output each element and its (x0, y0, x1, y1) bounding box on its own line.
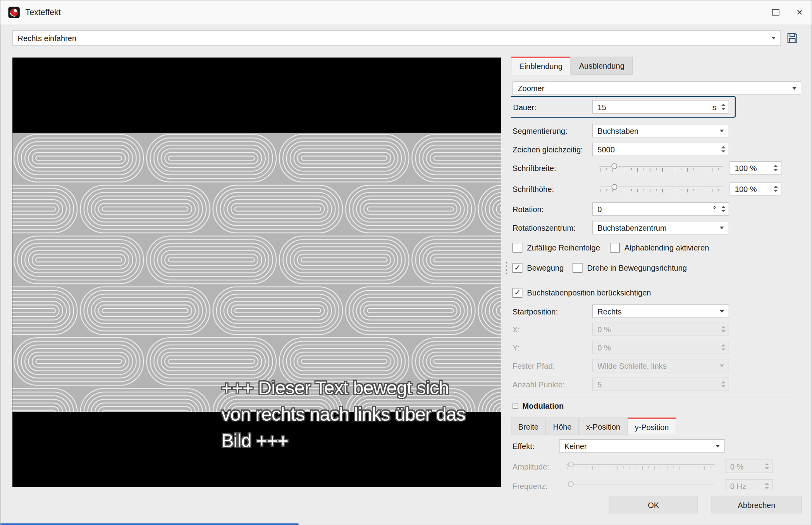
startposition-row: Startposition: Rechts (513, 304, 798, 318)
tab-breite[interactable]: Breite (511, 418, 546, 435)
spinner-buttons[interactable] (720, 100, 727, 113)
spinner-buttons (763, 480, 771, 490)
schriftbreite-slider[interactable] (599, 162, 723, 174)
schrifthoehe-slider[interactable] (599, 183, 723, 195)
zeichen-value: 5000 (597, 145, 720, 154)
spinner-buttons[interactable] (720, 143, 727, 155)
alphablending-checkbox[interactable] (610, 242, 619, 252)
buchstabenposition-label[interactable]: Buchstabenposition berücksichtigen (527, 288, 651, 297)
rotationszentrum-row: Rotationszentrum: Buchstabenzentrum (513, 221, 798, 235)
buchstabenposition-checkbox[interactable]: ✓ (513, 288, 522, 297)
texteffekt-dialog: Texteffekt ✕ Rechts einfahren (0, 0, 812, 525)
spinner-buttons[interactable] (720, 203, 727, 215)
amplitude-spinner: 0 % (725, 459, 772, 473)
tab-hoehe[interactable]: Höhe (546, 418, 579, 435)
collapse-icon[interactable] (513, 403, 518, 409)
segmentierung-value: Buchstaben (597, 126, 638, 135)
rotationszentrum-label: Rotationszentrum: (513, 223, 592, 232)
x-spinner: 0 % (592, 323, 729, 336)
tab-einblendung[interactable]: Einblendung (511, 57, 571, 75)
maximize-button[interactable] (764, 0, 788, 24)
preview-overlay-text[interactable]: +++ Dieser Text bewegt sich von rechts n… (221, 375, 465, 454)
schriftbreite-spinner[interactable]: 100 % (729, 161, 781, 175)
fester-pfad-dropdown: Wilde Schleife, links (592, 359, 729, 373)
zufaellige-reihenfolge-label[interactable]: Zufällige Reihenfolge (527, 243, 600, 252)
dauer-spinner[interactable]: 15 s (592, 100, 729, 114)
spinner-buttons (763, 460, 771, 472)
ok-button[interactable]: OK (609, 496, 698, 513)
spinner-buttons[interactable] (772, 183, 779, 195)
anzahl-punkte-value: 5 (597, 380, 720, 389)
fade-tabs: Einblendung Ausblendung (511, 57, 633, 75)
dauer-value: 15 (597, 102, 712, 111)
segmentierung-label: Segmentierung: (513, 126, 592, 135)
schrifthoehe-value: 100 % (735, 185, 772, 193)
dauer-unit: s (712, 102, 716, 111)
cancel-button[interactable]: Abbrechen (712, 496, 802, 513)
bewegung-label[interactable]: Bewegung (527, 263, 564, 272)
frequenz-row: Frequenz: 0 Hz (513, 479, 798, 491)
x-row: X: 0 % (513, 323, 798, 336)
amplitude-label: Amplitude: (513, 462, 559, 471)
slider-thumb[interactable] (611, 163, 617, 169)
schriftbreite-label: Schriftbreite: (513, 164, 592, 173)
alphablending-label[interactable]: Alphablending aktivieren (624, 243, 709, 252)
zeichen-label: Zeichen gleichzeitig: (513, 145, 592, 154)
rotation-unit: ° (713, 205, 716, 214)
y-row: Y: 0 % (513, 341, 798, 354)
effekt-dropdown[interactable]: Keiner (559, 439, 725, 453)
save-preset-button[interactable] (784, 30, 800, 46)
preset-value: Rechts einfahren (17, 33, 76, 42)
drehe-label[interactable]: Drehe in Bewegungsrichtung (587, 263, 687, 272)
splitter-handle[interactable] (504, 259, 509, 277)
chevron-down-icon (772, 36, 776, 39)
title-bar: Texteffekt ✕ (0, 0, 811, 25)
checkbox-row-2: ✓ Bewegung Drehe in Bewegungsrichtung (513, 261, 798, 275)
animation-dropdown[interactable]: Zoomer (513, 81, 801, 95)
rotationszentrum-dropdown[interactable]: Buchstabenzentrum (592, 221, 729, 235)
zufaellige-reihenfolge-checkbox[interactable] (513, 242, 522, 252)
drehe-checkbox[interactable] (573, 262, 582, 272)
anzahl-punkte-row: Anzahl Punkte: 5 (513, 378, 798, 391)
dauer-highlight-box: Dauer: 15 s (511, 96, 736, 117)
fester-pfad-value: Wilde Schleife, links (597, 361, 666, 370)
chevron-down-icon (720, 130, 724, 132)
animation-value: Zoomer (518, 84, 544, 93)
zeichen-spinner[interactable]: 5000 (592, 143, 729, 156)
tab-ausblendung[interactable]: Ausblendung (571, 57, 633, 75)
maximize-icon (772, 9, 779, 16)
effekt-row: Effekt: Keiner (513, 439, 798, 453)
close-button[interactable]: ✕ (788, 0, 812, 24)
amplitude-slider (566, 460, 715, 472)
preset-combobox[interactable]: Rechts einfahren (12, 30, 781, 46)
schrifthoehe-spinner[interactable]: 100 % (729, 182, 781, 195)
modulation-tabs: Breite Höhe x-Position y-Position (511, 418, 676, 435)
preview-area: +++ Dieser Text bewegt sich von rechts n… (12, 57, 501, 487)
startposition-dropdown[interactable]: Rechts (592, 304, 729, 318)
y-value: 0 % (597, 343, 720, 352)
slider-thumb[interactable] (611, 184, 617, 190)
tab-y-position[interactable]: y-Position (628, 418, 676, 435)
schriftbreite-value: 100 % (735, 164, 772, 173)
modulation-title: Modulation (522, 401, 564, 410)
segmentierung-dropdown[interactable]: Buchstaben (592, 124, 729, 138)
overlay-line: Bild +++ (221, 427, 465, 454)
schrifthoehe-row: Schrifthöhe: 100 % (513, 181, 798, 196)
fester-pfad-label: Fester Pfad: (513, 361, 592, 370)
overlay-line: von rechts nach links über das (221, 401, 465, 427)
rotation-spinner[interactable]: 0 ° (592, 202, 729, 216)
animation-row: Zoomer (513, 81, 801, 95)
bewegung-checkbox[interactable]: ✓ (513, 262, 522, 272)
preset-row: Rechts einfahren (12, 30, 800, 46)
spinner-buttons[interactable] (772, 162, 779, 174)
startposition-label: Startposition: (513, 307, 592, 316)
chevron-down-icon (716, 445, 720, 447)
chevron-down-icon (720, 226, 724, 229)
tab-x-position[interactable]: x-Position (579, 418, 628, 435)
chevron-down-icon (792, 87, 797, 90)
dauer-label: Dauer: (513, 102, 592, 111)
amplitude-row: Amplitude: 0 % (513, 459, 798, 473)
fester-pfad-row: Fester Pfad: Wilde Schleife, links (513, 359, 798, 373)
segmentierung-row: Segmentierung: Buchstaben (513, 124, 798, 138)
frequenz-slider (566, 480, 715, 490)
